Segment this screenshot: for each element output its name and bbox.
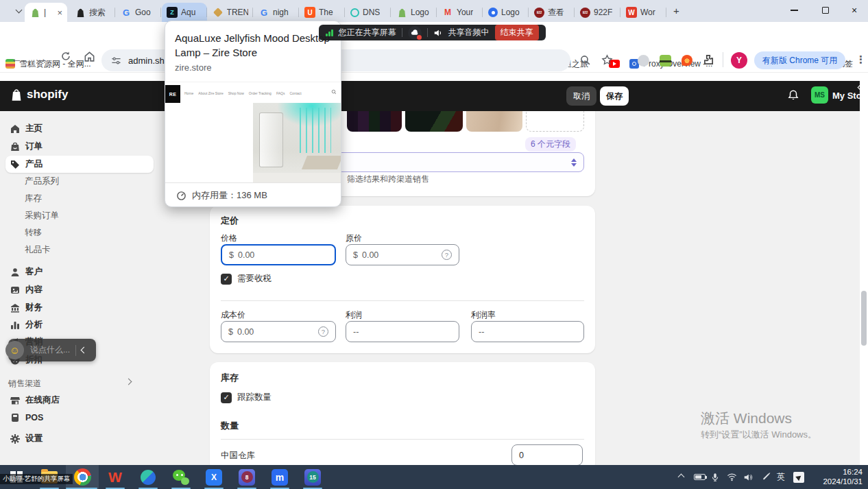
word-favicon: W	[626, 7, 637, 18]
extension-orange-icon[interactable]	[682, 55, 692, 66]
window-minimize-icon[interactable]	[780, 0, 808, 21]
new-tab-icon[interactable]: +	[673, 5, 679, 16]
back-icon[interactable]: ←	[11, 52, 23, 66]
tab-night[interactable]: G nigh	[254, 3, 299, 22]
tab-active-shopify[interactable]: | ×	[25, 3, 67, 22]
track-quantity-row[interactable]: ✓ 跟踪数量	[221, 392, 272, 403]
chat-overlay-widget[interactable]: ☺ 说点什么...	[8, 339, 96, 361]
sidebar-item-online-store[interactable]: 在线商店	[5, 392, 154, 409]
profile-avatar[interactable]: Y	[731, 52, 747, 69]
pos-icon	[10, 412, 21, 423]
preview-url: zire.store	[175, 62, 211, 73]
tab-aqualuxe-hovered[interactable]: Z Aqu	[162, 3, 207, 22]
sidebar-item-purchase-orders[interactable]: 采购订单	[5, 207, 154, 224]
checkbox-checked-icon[interactable]: ✓	[221, 392, 232, 403]
pen-icon[interactable]	[758, 465, 773, 489]
teal-app-button[interactable]	[132, 465, 165, 489]
meeting-app-icon: m	[272, 469, 288, 486]
sidebar-item-settings[interactable]: 设置	[5, 430, 154, 447]
action-center-icon[interactable]	[790, 465, 808, 489]
scrollbar-thumb[interactable]	[861, 291, 867, 346]
tab-trend[interactable]: TREN	[208, 3, 253, 22]
sidebar-item-collections[interactable]: 产品系列	[5, 173, 154, 190]
sidebar-item-analytics[interactable]: 分析	[5, 316, 154, 333]
battery-icon[interactable]	[691, 465, 708, 489]
compare-price-input[interactable]: $0.00 ?	[346, 244, 459, 265]
sidebar-item-gift-cards[interactable]: 礼品卡	[5, 241, 154, 259]
tab-word[interactable]: W Wor	[621, 3, 666, 22]
window-close-icon[interactable]: ×	[841, 0, 868, 21]
volume-icon[interactable]	[740, 465, 756, 489]
tray-expand-icon[interactable]	[673, 465, 688, 489]
tab-logo-shopify[interactable]: Logo	[391, 3, 437, 22]
meeting-app-button[interactable]: m	[263, 465, 296, 489]
profit-input[interactable]: --	[346, 321, 459, 342]
sidebar-item-customers[interactable]: 客户	[5, 263, 154, 281]
wps-taskbar-button[interactable]: W	[99, 465, 132, 489]
checkbox-checked-icon[interactable]: ✓	[221, 274, 232, 285]
tab-the[interactable]: U The	[300, 3, 345, 22]
sidebar-item-home[interactable]: 主页	[5, 120, 154, 137]
chat-input-placeholder[interactable]: 说点什么...	[30, 344, 70, 356]
store-avatar[interactable]: MS	[811, 86, 828, 104]
warehouse-label: 中国仓库	[221, 450, 255, 462]
tab-922f[interactable]: 922 922F	[575, 3, 620, 22]
cloud-icon[interactable]	[408, 26, 422, 40]
sidebar-item-content[interactable]: 内容	[5, 281, 154, 298]
home-icon[interactable]	[84, 51, 95, 62]
microphone-icon[interactable]	[708, 465, 723, 489]
tab-google[interactable]: G Goo	[116, 3, 161, 22]
badge15-app-button[interactable]: 15	[296, 465, 329, 489]
extension-gray-icon[interactable]	[638, 55, 649, 67]
gold-favicon	[213, 8, 223, 17]
reload-icon[interactable]	[60, 51, 71, 62]
tab-close-icon[interactable]: ×	[57, 8, 62, 18]
extensions-puzzle-icon[interactable]	[702, 53, 714, 66]
stop-share-button[interactable]: 结束共享	[495, 25, 539, 40]
charge-tax-row[interactable]: ✓ 需要收税	[221, 273, 272, 285]
chat-collapse-icon[interactable]	[81, 347, 88, 354]
save-button[interactable]: 保存	[600, 86, 629, 106]
help-icon[interactable]: ?	[442, 250, 452, 260]
help-icon[interactable]: ?	[318, 326, 328, 337]
tab-gmail[interactable]: M Your	[437, 3, 483, 22]
wechat-button[interactable]	[165, 465, 197, 489]
badge8-app-button[interactable]: 8	[230, 465, 263, 489]
preview-footer: 内存用量：136 MB	[165, 182, 341, 207]
margin-label: 利润率	[471, 309, 496, 321]
notifications-bell-icon[interactable]	[787, 89, 799, 102]
page-scrollbar[interactable]	[860, 73, 868, 465]
price-label: 价格	[221, 232, 237, 244]
sidebar-item-products[interactable]: 产品	[5, 156, 154, 173]
tab-search-icon[interactable]	[16, 7, 23, 14]
tab-search-shopify[interactable]: 搜索	[70, 3, 115, 22]
tab-dns[interactable]: DNS	[346, 3, 391, 22]
cancel-button[interactable]: 取消	[566, 86, 596, 106]
tab-logo-blue[interactable]: Logo	[483, 3, 529, 22]
inventory-title: 库存	[221, 372, 239, 384]
forward-icon[interactable]: →	[36, 52, 47, 66]
quantity-input[interactable]: 0	[511, 444, 583, 466]
sidebar-item-inventory[interactable]: 库存	[5, 190, 154, 207]
chrome-update-chip[interactable]: 有新版 Chrome 可用	[754, 51, 845, 69]
select-updown-icon	[571, 158, 577, 167]
search-icon[interactable]	[579, 54, 591, 66]
tab-922-view[interactable]: 922 查看	[529, 3, 575, 22]
sidebar-item-orders[interactable]: 订单	[5, 138, 154, 155]
taskbar-clock[interactable]: 16:24 2024/10/31	[823, 468, 863, 486]
cost-input[interactable]: $0.00 ?	[221, 321, 336, 342]
sidebar-item-pos[interactable]: POS	[5, 409, 154, 426]
sidebar-item-transfers[interactable]: 转移	[5, 224, 154, 241]
ime-indicator[interactable]: 英	[773, 465, 788, 489]
extension-green-icon[interactable]	[660, 55, 671, 67]
x-app-button[interactable]: X	[197, 465, 230, 489]
wifi-icon[interactable]	[724, 465, 739, 489]
window-restore-icon[interactable]	[812, 0, 839, 21]
browser-menu-icon[interactable]: ⋮	[856, 53, 866, 66]
bookmark-star-icon[interactable]	[601, 54, 613, 66]
metafields-link[interactable]: 6 个元字段	[525, 137, 576, 152]
smiley-avatar[interactable]: ☺	[5, 341, 24, 359]
margin-input[interactable]: --	[471, 321, 584, 342]
sidebar-item-finance[interactable]: 财务	[5, 299, 154, 316]
price-input[interactable]: $0.00	[221, 244, 336, 265]
